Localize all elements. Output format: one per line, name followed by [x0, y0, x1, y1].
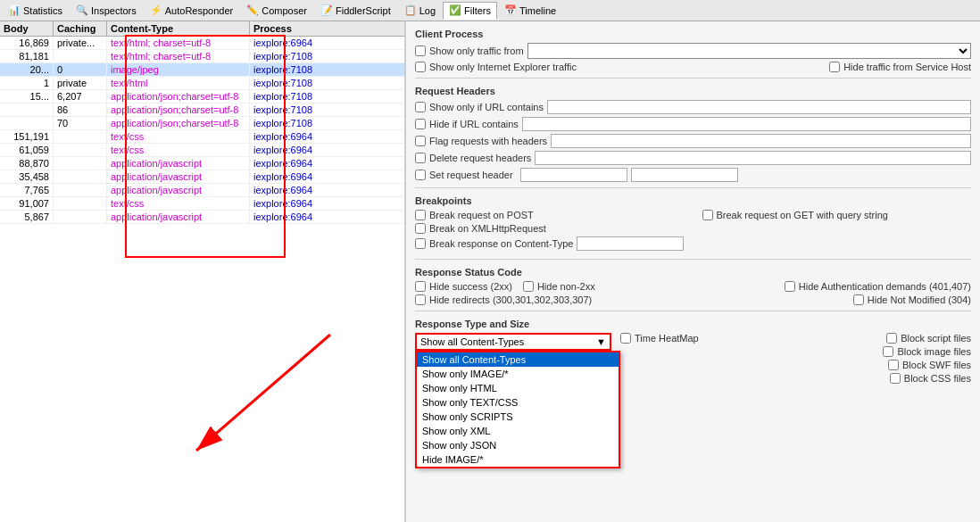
- cell-content-type: text/html; charset=utf-8: [107, 37, 250, 49]
- table-row[interactable]: 88,870application/javascriptiexplore:696…: [0, 157, 404, 170]
- delete-headers-checkbox[interactable]: [415, 153, 426, 163]
- hide-service-host-checkbox[interactable]: [829, 62, 840, 72]
- cell-content-type: application/javascript: [107, 211, 250, 223]
- dropdown-item[interactable]: Show only HTML: [417, 381, 619, 395]
- cell-body: 35,458: [0, 170, 54, 183]
- table-row[interactable]: 5,867application/javascriptiexplore:6964: [0, 211, 404, 224]
- cell-caching: [54, 144, 107, 156]
- break-get-checkbox[interactable]: [702, 210, 713, 220]
- show-only-url-checkbox[interactable]: [415, 102, 426, 112]
- set-header-name-input[interactable]: [520, 168, 627, 182]
- table-row[interactable]: 15...6,207application/json;charset=utf-8…: [0, 90, 404, 104]
- cell-process: iexplore:7108: [250, 90, 404, 103]
- cell-process: iexplore:6964: [250, 197, 404, 210]
- show-only-traffic-checkbox[interactable]: [415, 46, 426, 56]
- hide-success-checkbox[interactable]: [415, 281, 426, 292]
- block-script-checkbox[interactable]: [886, 333, 897, 344]
- flag-requests-row: Flag requests with headers: [415, 134, 971, 148]
- table-row[interactable]: 16,869private...text/html; charset=utf-8…: [0, 37, 404, 50]
- dropdown-item[interactable]: Show only JSON: [417, 438, 619, 452]
- cell-process: iexplore:6964: [250, 144, 404, 156]
- tab-filters[interactable]: ✅ Filters: [443, 2, 497, 20]
- dropdown-item[interactable]: Show only SCRIPTS: [417, 410, 619, 424]
- break-content-type-checkbox[interactable]: [415, 238, 426, 249]
- tab-autoresponder[interactable]: ⚡ AutoResponder: [144, 2, 239, 20]
- traffic-from-select[interactable]: [527, 43, 971, 59]
- flag-requests-input[interactable]: [551, 134, 971, 148]
- show-only-ie-label: Show only Internet Explorer traffic: [429, 62, 577, 72]
- block-css-checkbox[interactable]: [890, 373, 901, 384]
- dropdown-arrow-icon: ▼: [596, 336, 606, 347]
- cell-process: iexplore:7108: [250, 117, 404, 129]
- hide-redirects-checkbox[interactable]: [415, 294, 426, 305]
- tab-fiddlerscript[interactable]: 📝 FiddlerScript: [314, 2, 397, 20]
- cell-process: iexplore:6964: [250, 157, 404, 170]
- break-xmlhttp-checkbox[interactable]: [415, 223, 426, 234]
- break-content-type-input[interactable]: [577, 236, 684, 251]
- response-type-area: Show all Content-Types ▼ Show all Conten…: [415, 333, 971, 386]
- table-row[interactable]: 61,059text/cssiexplore:6964: [0, 144, 404, 157]
- block-css-row: Block CSS files: [620, 373, 971, 384]
- block-image-files-row: Block image files: [620, 346, 971, 357]
- cell-caching: [54, 50, 107, 62]
- table-row[interactable]: 35,458application/javascriptiexplore:696…: [0, 170, 404, 184]
- tab-log[interactable]: 📋 Log: [398, 2, 442, 20]
- autoresponder-icon: ⚡: [150, 4, 162, 16]
- cell-content-type: text/css: [107, 144, 250, 156]
- col-caching[interactable]: Caching: [54, 21, 107, 36]
- hide-not-modified-checkbox[interactable]: [853, 294, 864, 305]
- table-row[interactable]: 7,765application/javascriptiexplore:6964: [0, 184, 404, 197]
- cell-content-type: image/jpeg: [107, 63, 250, 76]
- hide-non2xx-checkbox[interactable]: [523, 281, 534, 292]
- hide-auth-checkbox[interactable]: [785, 281, 795, 292]
- col-body[interactable]: Body: [0, 21, 54, 36]
- cell-body: 20...: [0, 63, 54, 76]
- block-swf-label: Block SWF files: [902, 360, 971, 370]
- table-row[interactable]: 1privatetext/htmliexplore:7108: [0, 77, 404, 90]
- break-post-row: Break request on POST: [415, 210, 685, 220]
- cell-content-type: application/json;charset=utf-8: [107, 90, 250, 103]
- break-xmlhttp-row: Break on XMLHttpRequest: [415, 223, 685, 234]
- break-post-checkbox[interactable]: [415, 210, 426, 220]
- filters-icon: ✅: [449, 4, 461, 16]
- col-process[interactable]: Process: [250, 21, 404, 36]
- cell-body: 5,867: [0, 211, 54, 223]
- cell-process: iexplore:7108: [250, 104, 404, 116]
- hide-url-input[interactable]: [522, 117, 971, 131]
- hide-url-checkbox[interactable]: [415, 119, 426, 129]
- show-only-url-input[interactable]: [547, 100, 971, 114]
- table-row[interactable]: 81,181text/html; charset=utf-8iexplore:7…: [0, 50, 404, 63]
- table-row[interactable]: 70application/json;charset=utf-8iexplore…: [0, 117, 404, 130]
- breakpoints-left: Break request on POST Break on XMLHttpRe…: [415, 210, 685, 253]
- content-type-dropdown[interactable]: Show all Content-Types ▼: [415, 333, 611, 351]
- response-type-right: Time HeatMap Block script files Block im…: [620, 333, 971, 386]
- cell-process: iexplore:6964: [250, 170, 404, 183]
- set-header-value-input[interactable]: [631, 168, 738, 182]
- time-heatmap-checkbox[interactable]: [620, 333, 631, 344]
- table-row[interactable]: 151,191text/cssiexplore:6964: [0, 130, 404, 144]
- delete-headers-input[interactable]: [535, 151, 971, 165]
- show-only-ie-checkbox[interactable]: [415, 62, 426, 72]
- break-content-type-label: Break response on Content-Type: [429, 238, 573, 249]
- fiddlerscript-icon: 📝: [320, 4, 333, 16]
- dropdown-item[interactable]: Hide IMAGE/*: [417, 452, 619, 467]
- block-image-files-checkbox[interactable]: [883, 346, 893, 357]
- flag-requests-checkbox[interactable]: [415, 136, 426, 146]
- tab-timeline[interactable]: 📅 Timeline: [498, 2, 562, 20]
- dropdown-item[interactable]: Show all Content-Types: [417, 352, 619, 367]
- set-header-checkbox[interactable]: [415, 170, 426, 180]
- inspectors-icon: 🔍: [76, 4, 88, 16]
- divider-1: [415, 78, 971, 79]
- tab-composer[interactable]: ✏️ Composer: [240, 2, 313, 20]
- col-content-type[interactable]: Content-Type: [107, 21, 250, 36]
- table-row[interactable]: 91,007text/cssiexplore:6964: [0, 197, 404, 211]
- dropdown-item[interactable]: Show only TEXT/CSS: [417, 395, 619, 410]
- dropdown-item[interactable]: Show only XML: [417, 424, 619, 438]
- block-swf-checkbox[interactable]: [888, 360, 899, 370]
- hide-service-host-label: Hide traffic from Service Host: [843, 62, 971, 72]
- dropdown-item[interactable]: Show only IMAGE/*: [417, 367, 619, 381]
- tab-statistics[interactable]: 📊 Statistics: [2, 2, 69, 20]
- tab-inspectors[interactable]: 🔍 Inspectors: [70, 2, 143, 20]
- table-row[interactable]: 20...0image/jpegiexplore:7108: [0, 63, 404, 77]
- table-row[interactable]: 86application/json;charset=utf-8iexplore…: [0, 104, 404, 117]
